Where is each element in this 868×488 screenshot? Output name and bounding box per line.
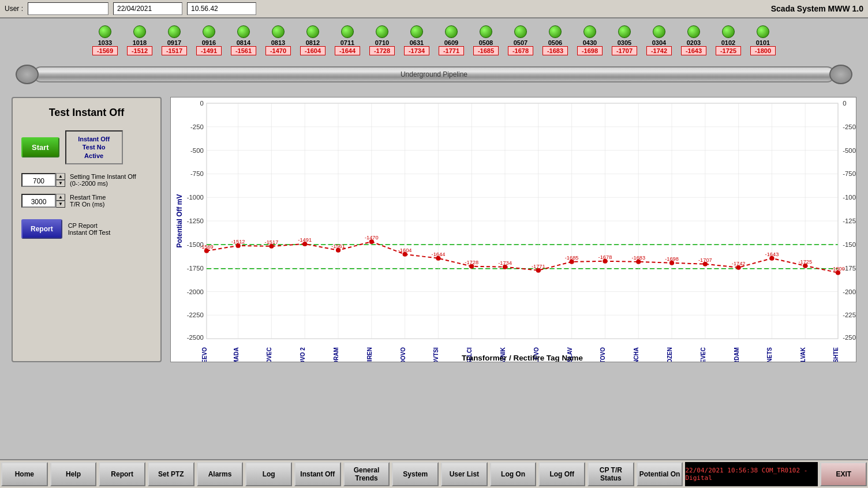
svg-text:-1604: -1604 bbox=[398, 247, 412, 253]
svg-text:BUTOVO: BUTOVO bbox=[600, 347, 606, 362]
station-id: 0631 bbox=[410, 39, 424, 46]
restart-time-up[interactable]: ▲ bbox=[56, 194, 65, 201]
svg-text:-1517: -1517 bbox=[265, 239, 279, 245]
station-led bbox=[272, 25, 285, 38]
station-item: 0916 -1491 bbox=[192, 25, 226, 55]
station-val: -1678 bbox=[508, 46, 533, 55]
station-item: 0508 -1685 bbox=[469, 25, 503, 55]
svg-text:VRENOVEC: VRENOVEC bbox=[266, 347, 272, 362]
nav-help[interactable]: Help bbox=[50, 462, 97, 486]
station-val: -1561 bbox=[231, 46, 256, 55]
station-id: 0812 bbox=[306, 39, 320, 46]
svg-text:-1683: -1683 bbox=[631, 255, 645, 261]
svg-text:-500: -500 bbox=[843, 147, 856, 154]
report-button[interactable]: Report bbox=[21, 219, 62, 239]
svg-text:-2500: -2500 bbox=[843, 334, 856, 341]
app-title: Scada System MWW 1.0 bbox=[771, 4, 863, 13]
nav-user-list[interactable]: User List bbox=[441, 462, 488, 486]
station-item: 0203 -1643 bbox=[677, 25, 710, 55]
station-item: 0507 -1678 bbox=[504, 25, 537, 55]
stations-row: 1033 -1569 1018 -1512 0917 -1517 0916 -1… bbox=[12, 23, 856, 58]
svg-text:-1470: -1470 bbox=[365, 235, 379, 241]
station-val: -1698 bbox=[577, 46, 603, 55]
nav-status-display: 22/04/2021 10:56:38 COM_TR0102 - Digital bbox=[685, 462, 818, 486]
station-id: 0711 bbox=[341, 39, 354, 46]
station-led bbox=[341, 25, 354, 38]
station-item: 0304 -1742 bbox=[642, 25, 676, 55]
svg-text:-1728: -1728 bbox=[465, 260, 478, 265]
svg-text:0: 0 bbox=[200, 100, 203, 107]
station-val: -1643 bbox=[681, 46, 706, 55]
svg-text:-2000: -2000 bbox=[843, 288, 856, 295]
nav-cp-tr-status[interactable]: CP T/RStatus bbox=[588, 462, 634, 486]
pipe-label: Underground Pipeline bbox=[401, 70, 467, 78]
station-led bbox=[549, 25, 562, 38]
station-val: -1742 bbox=[646, 46, 672, 55]
station-led bbox=[722, 25, 735, 38]
nav-log[interactable]: Log bbox=[245, 462, 292, 486]
svg-text:KOVACHEVEC: KOVACHEVEC bbox=[700, 347, 706, 362]
nav-alarms[interactable]: Alarms bbox=[197, 462, 244, 486]
station-id: 0813 bbox=[271, 39, 285, 46]
station-id: 0917 bbox=[167, 39, 181, 46]
nav-log-on[interactable]: Log On bbox=[490, 462, 537, 486]
station-item: 0812 -1604 bbox=[296, 25, 330, 55]
svg-text:-1771: -1771 bbox=[532, 264, 545, 269]
restart-time-spinner[interactable]: 3000 ▲ ▼ bbox=[21, 194, 65, 208]
setting-time-down[interactable]: ▼ bbox=[56, 180, 65, 187]
station-led bbox=[99, 25, 111, 38]
station-id: 0203 bbox=[687, 39, 701, 46]
station-led bbox=[653, 25, 665, 38]
station-led bbox=[410, 25, 423, 38]
user-input[interactable] bbox=[28, 2, 108, 15]
svg-text:IVANCHA: IVANCHA bbox=[633, 347, 639, 362]
svg-text:LOZEN: LOZEN bbox=[667, 347, 673, 362]
svg-text:KARDAM: KARDAM bbox=[734, 347, 740, 362]
nav-report[interactable]: Report bbox=[99, 462, 145, 486]
station-val: -1512 bbox=[127, 46, 152, 55]
svg-text:KIREEVO: KIREEVO bbox=[201, 347, 208, 362]
nav-general-trends[interactable]: GeneralTrends bbox=[343, 462, 390, 486]
station-val: -1683 bbox=[542, 46, 568, 55]
restart-time-label: Restart TimeT/R On (ms) bbox=[70, 194, 106, 208]
station-item: 1018 -1512 bbox=[123, 25, 156, 55]
svg-text:-1250: -1250 bbox=[187, 217, 204, 224]
bottom-nav: Home Help Report Set PTZ Alarms Log Inst… bbox=[0, 459, 868, 488]
station-led bbox=[757, 25, 769, 38]
station-item: 0609 -1771 bbox=[435, 25, 468, 55]
svg-text:-1707: -1707 bbox=[698, 257, 712, 263]
station-id: 0710 bbox=[375, 39, 389, 46]
svg-text:-1000: -1000 bbox=[843, 194, 856, 201]
setting-time-buttons[interactable]: ▲ ▼ bbox=[56, 173, 65, 187]
nav-instant-off[interactable]: Instant Off bbox=[294, 462, 341, 486]
station-val: -1771 bbox=[439, 46, 464, 55]
start-button[interactable]: Start bbox=[21, 137, 59, 157]
station-id: 0102 bbox=[721, 39, 735, 46]
chart-svg: 0 -250 -500 -750 -1000 -1250 -1500 -1750… bbox=[171, 97, 856, 362]
station-led bbox=[618, 25, 631, 38]
pipe-line: Underground Pipeline bbox=[33, 66, 836, 82]
svg-text:-1698: -1698 bbox=[665, 256, 679, 262]
user-label: User : bbox=[5, 5, 23, 13]
restart-time-buttons[interactable]: ▲ ▼ bbox=[56, 194, 65, 208]
station-item: 0101 -1800 bbox=[746, 25, 780, 55]
report-label: CP ReportInstant Off Test bbox=[68, 222, 111, 236]
station-led bbox=[583, 25, 596, 38]
station-led bbox=[687, 25, 700, 38]
nav-set-ptz[interactable]: Set PTZ bbox=[148, 462, 194, 486]
nav-system[interactable]: System bbox=[392, 462, 439, 486]
svg-text:VOIVODOVO: VOIVODOVO bbox=[399, 347, 406, 362]
nav-log-off[interactable]: Log Off bbox=[538, 462, 585, 486]
station-id: 0506 bbox=[548, 39, 562, 46]
nav-home[interactable]: Home bbox=[1, 462, 48, 486]
setting-time-up[interactable]: ▲ bbox=[56, 173, 65, 180]
start-row: Start Instant OffTest NoActive bbox=[21, 130, 152, 164]
restart-time-down[interactable]: ▼ bbox=[56, 201, 65, 208]
station-item: 0430 -1698 bbox=[573, 25, 607, 55]
setting-time-spinner[interactable]: 700 ▲ ▼ bbox=[21, 173, 65, 187]
nav-potential-on[interactable]: Potential On bbox=[637, 462, 683, 486]
pipeline-graphic: Underground Pipeline bbox=[12, 60, 856, 89]
station-val: -1604 bbox=[300, 46, 326, 55]
station-id: 0101 bbox=[756, 39, 770, 46]
nav-exit[interactable]: EXIT bbox=[820, 462, 867, 486]
